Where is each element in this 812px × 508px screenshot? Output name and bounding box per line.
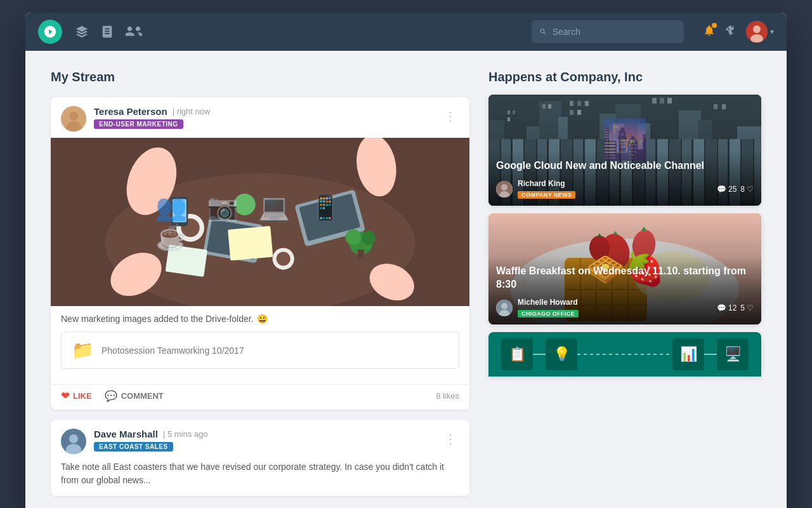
svg-point-4 [69,112,78,121]
post-author-line: Teresa Peterson | right now [94,106,434,117]
post-body-teresa: New marketing images added to the Drive-… [51,306,469,384]
news-image-green: 📋 💡 📊 🖥️ [488,332,761,377]
news-author-info-2: Michelle Howard CHIGAGO OFFICE [518,298,712,318]
post-time: | right now [173,107,211,116]
folder-link[interactable]: 📁 Photosession Teamworking 10/2017 [61,331,459,369]
heart-icon-2: ♡ [747,304,754,312]
news-tag-1: COMPANY NEWS [518,191,575,199]
user-avatar [746,21,768,43]
user-avatar-nav[interactable]: ▾ [746,21,774,43]
stream-column: My Stream Teresa Peterson | rig [51,70,469,506]
news-author-name-1: Richard King [518,179,712,188]
post-actions-1: ❤ LIKE 💬 COMMENT 8 likes [51,384,469,410]
nav-icons [75,25,142,39]
news-title-2: Waffle Breakfast on Wednesday 11.10. sta… [496,265,754,291]
nav-right-icons: ▾ [703,21,774,43]
post-meta-dave: Dave Marshall | 5 mins ago EAST COAST SA… [94,429,434,451]
post-caption: New marketing images added to the Drive-… [61,314,459,324]
heart-icon: ❤ [61,390,69,402]
news-avatar-michelle [496,300,513,316]
svg-text:🖥️: 🖥️ [724,345,742,363]
svg-rect-27 [358,250,364,259]
svg-point-28 [233,194,255,215]
stream-title: My Stream [51,70,469,84]
comment-count-1: 💬 25 [717,185,737,194]
comment-icon: 💬 [105,390,117,402]
post-avatar-dave [61,429,86,454]
svg-point-25 [345,229,360,244]
search-bar[interactable] [532,20,684,43]
svg-point-8 [176,214,204,242]
happens-title: Happens at Company, Inc [488,70,761,84]
svg-rect-23 [166,244,207,277]
svg-text:💡: 💡 [553,345,571,363]
like-count-1: 8 ♡ [740,185,754,194]
rocket-icon[interactable] [724,24,737,40]
post-meta-teresa: Teresa Peterson | right now END-USER MAR… [94,106,434,129]
svg-text:📊: 📊 [680,345,698,363]
comment-button[interactable]: 💬 COMMENT [105,390,164,402]
post-tag-sales: EAST COAST SALES [94,442,173,451]
svg-point-1 [753,25,761,33]
news-overlay-2: Waffle Breakfast on Wednesday 11.10. sta… [488,256,761,324]
svg-rect-30 [173,199,187,222]
svg-point-32 [69,434,78,443]
meeting-image [51,138,469,306]
search-input[interactable] [553,27,676,37]
post-author-line-dave: Dave Marshall | 5 mins ago [94,429,434,439]
news-author-name-2: Michelle Howard [518,298,712,307]
happens-column: Happens at Company, Inc [488,70,761,506]
comment-icon-2: 💬 [717,304,726,312]
comment-count-2: 💬 12 [717,304,737,312]
news-footer-1: Richard King COMPANY NEWS 💬 25 8 [496,179,754,199]
chevron-down-icon: ▾ [770,27,774,36]
post-avatar-teresa [61,106,86,131]
post-text-dave: Take note all East coasters that we have… [51,460,469,496]
post-more-button-2[interactable]: ⋮ [442,429,459,449]
post-image-teresa [51,138,469,306]
post-header-1: Teresa Peterson | right now END-USER MAR… [51,97,469,138]
svg-point-67 [501,184,508,190]
news-stats-1: 💬 25 8 ♡ [717,185,754,194]
news-avatar-richard [496,181,513,197]
news-card-3[interactable]: 📋 💡 📊 🖥️ [488,332,761,377]
app-logo[interactable] [38,20,62,44]
caption-emoji: 😀 [257,314,268,324]
folder-name: Photosession Teamworking 10/2017 [102,345,244,356]
main-content: My Stream Teresa Peterson | rig [25,51,787,508]
news-tag-2: CHIGAGO OFFICE [518,310,579,318]
svg-point-26 [362,231,376,245]
news-card-1[interactable]: Google Cloud New and Noticeable Channel [488,95,761,206]
news-title-1: Google Cloud New and Noticeable Channel [496,159,754,173]
like-button[interactable]: ❤ LIKE [61,390,92,402]
svg-rect-22 [228,226,273,261]
news-overlay-1: Google Cloud New and Noticeable Channel [488,150,761,206]
bell-icon[interactable] [703,24,716,40]
svg-rect-14 [294,189,365,246]
post-tag-marketing: END-USER MARKETING [94,119,183,129]
layers-icon[interactable] [75,25,89,39]
book-icon[interactable] [100,25,114,39]
post-card-2: Dave Marshall | 5 mins ago EAST COAST SA… [51,420,469,496]
svg-point-10 [318,201,342,224]
svg-text:📋: 📋 [509,345,527,363]
navbar: ▾ [25,13,787,51]
post-time-dave: | 5 mins ago [163,429,208,439]
news-image-city: Google Cloud New and Noticeable Channel [488,95,761,206]
news-stats-2: 💬 12 5 ♡ [717,304,754,312]
news-author-info-1: Richard King COMPANY NEWS [518,179,712,199]
svg-point-89 [501,303,508,309]
people-icon[interactable] [126,25,142,39]
post-card-1: Teresa Peterson | right now END-USER MAR… [51,97,469,410]
search-icon [539,27,547,36]
like-count-2: 5 ♡ [740,304,754,312]
like-count: 8 likes [436,391,459,401]
news-card-2[interactable]: Waffle Breakfast on Wednesday 11.10. sta… [488,213,761,324]
post-header-2: Dave Marshall | 5 mins ago EAST COAST SA… [51,420,469,460]
app-window: ▾ My Stream [25,13,787,508]
post-more-button[interactable]: ⋮ [442,106,459,126]
svg-rect-15 [299,194,360,241]
news-footer-2: Michelle Howard CHIGAGO OFFICE 💬 12 5 [496,298,754,318]
svg-point-9 [181,218,199,237]
post-author-name: Teresa Peterson [94,106,167,117]
